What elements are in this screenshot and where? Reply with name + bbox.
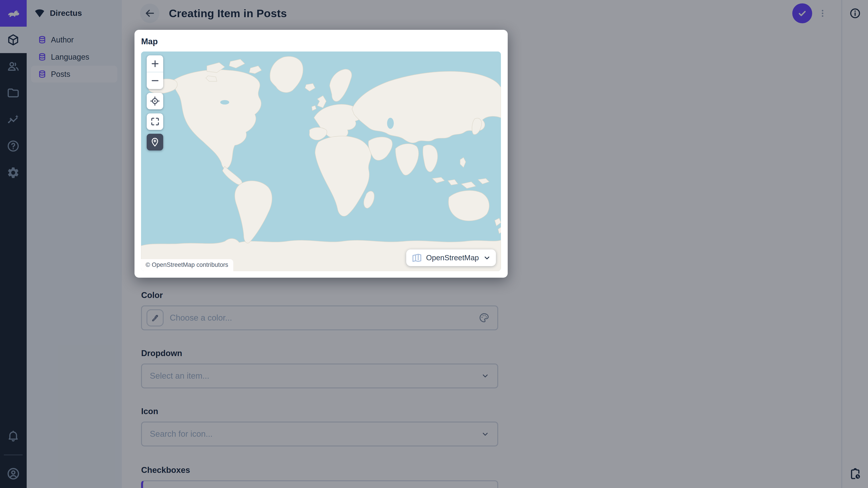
chevron-down-icon	[481, 430, 490, 438]
minus-icon	[150, 76, 160, 86]
map-field-card: Map	[134, 30, 508, 278]
bell-icon	[6, 429, 20, 443]
chevron-down-icon	[483, 254, 491, 262]
database-icon	[38, 53, 46, 61]
nav-sidebar: Directus Author Languages Posts	[27, 0, 122, 488]
dropdown-select[interactable]: Select an item...	[141, 363, 498, 388]
add-marker-button[interactable]	[147, 134, 163, 150]
sidebar-item-author[interactable]: Author	[31, 32, 117, 48]
module-collections[interactable]	[0, 27, 27, 53]
help-icon	[6, 139, 20, 153]
clipboard-clock-icon	[848, 467, 862, 481]
more-options-button[interactable]	[817, 3, 828, 23]
fullscreen-button[interactable]	[147, 113, 163, 130]
save-button[interactable]	[792, 3, 812, 23]
checkboxes-group[interactable]	[141, 480, 498, 488]
field-label-icon: Icon	[141, 407, 158, 416]
revisions-button[interactable]	[842, 461, 868, 488]
check-icon	[796, 7, 808, 20]
module-docs[interactable]	[0, 133, 27, 160]
module-users[interactable]	[0, 53, 27, 80]
sidebar-item-posts[interactable]: Posts	[31, 66, 117, 82]
notifications-button[interactable]	[0, 423, 27, 449]
zoom-out-button[interactable]	[147, 72, 163, 89]
info-icon	[849, 7, 861, 20]
palette-icon[interactable]	[478, 312, 490, 323]
eyedropper-button[interactable]	[147, 309, 164, 326]
map-controls	[147, 55, 163, 151]
users-icon	[6, 60, 20, 73]
folder-icon	[6, 86, 20, 100]
field-label-checkboxes: Checkboxes	[141, 465, 190, 475]
basemap-label: OpenStreetMap	[426, 254, 479, 262]
geolocate-icon	[150, 96, 160, 106]
module-insights[interactable]	[0, 106, 27, 133]
insights-icon	[6, 113, 20, 126]
arrow-left-icon	[144, 7, 156, 19]
sidebar-item-languages[interactable]: Languages	[31, 48, 117, 65]
sidebar-item-label: Author	[51, 35, 74, 44]
database-icon	[38, 35, 46, 44]
app-window: Directus Author Languages Posts	[0, 0, 868, 488]
project-switcher[interactable]: Directus	[27, 0, 122, 27]
box-icon	[6, 33, 20, 46]
sidebar-item-label: Languages	[51, 53, 89, 61]
color-input[interactable]: Choose a color...	[141, 305, 498, 330]
icon-placeholder: Search for icon...	[150, 429, 481, 439]
folded-map-icon	[412, 253, 422, 263]
module-bar	[0, 0, 27, 488]
zoom-control-group	[147, 55, 163, 89]
fullscreen-icon	[150, 117, 160, 127]
info-sidebar-button[interactable]	[842, 0, 868, 27]
color-placeholder: Choose a color...	[170, 313, 478, 323]
shield-icon	[34, 8, 45, 18]
plus-icon	[150, 59, 160, 69]
geolocate-button[interactable]	[147, 93, 163, 109]
project-name: Directus	[50, 8, 82, 18]
user-circle-icon	[6, 466, 21, 481]
module-settings[interactable]	[0, 159, 27, 186]
database-icon	[38, 70, 46, 78]
eyedropper-icon	[151, 313, 159, 322]
module-bar-divider	[4, 454, 23, 455]
page-header: Creating Item in Posts	[122, 0, 842, 27]
field-label-dropdown: Dropdown	[141, 349, 182, 358]
page-title: Creating Item in Posts	[169, 7, 287, 20]
back-button[interactable]	[140, 4, 160, 23]
map-canvas[interactable]: © OpenStreetMap contributors OpenStreetM…	[141, 52, 501, 271]
field-label-color: Color	[141, 291, 163, 300]
chevron-down-icon	[481, 371, 490, 380]
icon-search-select[interactable]: Search for icon...	[141, 422, 498, 447]
zoom-in-button[interactable]	[147, 55, 163, 72]
world-map	[141, 52, 501, 271]
field-label-map: Map	[141, 37, 501, 46]
gear-icon	[6, 166, 20, 180]
dots-vertical-icon	[817, 8, 828, 18]
add-marker-icon	[150, 137, 160, 148]
basemap-selector[interactable]: OpenStreetMap	[406, 250, 496, 266]
account-button[interactable]	[0, 460, 27, 487]
sidebar-item-label: Posts	[51, 70, 70, 78]
right-rail	[841, 0, 868, 488]
directus-rabbit-icon	[5, 5, 22, 22]
directus-logo[interactable]	[0, 0, 27, 27]
module-files[interactable]	[0, 80, 27, 106]
dropdown-placeholder: Select an item...	[150, 371, 481, 381]
map-attribution[interactable]: © OpenStreetMap contributors	[141, 259, 233, 271]
